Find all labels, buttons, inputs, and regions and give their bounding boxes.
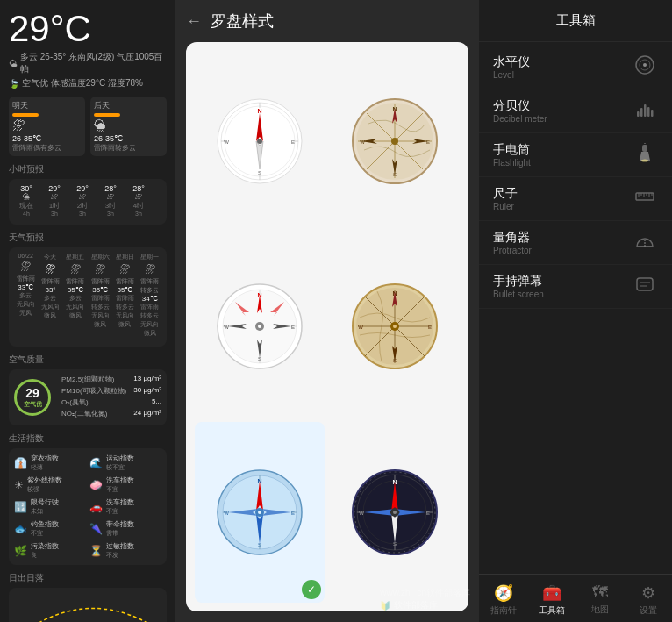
compass-style-5[interactable]: N S E W ✓	[195, 422, 325, 603]
svg-text:E: E	[426, 511, 430, 516]
nav-toolbox-label: 工具箱	[539, 604, 565, 617]
life-item: 🌊 运动指数较不宜	[89, 454, 161, 472]
svg-point-49	[258, 325, 261, 328]
aqi-section: 29 空气优 PM2.5(细颗粒物) 13 μg/m³ PM10(可吸入颗粒物)…	[9, 369, 167, 425]
svg-rect-102	[640, 108, 643, 117]
life-item: ☀ 紫外线指数较强	[14, 475, 86, 494]
toolbox-header: 工具箱	[479, 0, 672, 42]
hourly-item: 27° 🌧 5时 1级	[154, 184, 161, 219]
life-item: 🌂 带伞指数需带	[89, 519, 161, 538]
wt-col: 星期六 ⛈ 雷阵雨 35℃ 雷阵雨转多云 无风向 微风	[89, 253, 111, 338]
weather-desc: 🌤 多云 26-35° 东南风(2级) 气压1005百帕	[9, 51, 167, 75]
svg-text:E: E	[428, 325, 432, 330]
bottom-nav: 🧭 指南针 🧰 工具箱 🗺 地图 ⚙ 设置	[479, 574, 672, 622]
svg-rect-106	[642, 145, 647, 152]
compass-style-3[interactable]: N S E W	[195, 237, 325, 418]
svg-text:N: N	[257, 108, 261, 114]
svg-rect-103	[644, 104, 647, 117]
forecast-tomorrow: 明天 ⛈ 26-35℃ 雷阵雨偶有多云	[9, 97, 85, 156]
svg-point-100	[643, 63, 647, 67]
life-item: 👔 穿衣指数轻薄	[14, 454, 86, 472]
aqi-items: PM2.5(细颗粒物) 13 μg/m³ PM10(可吸入颗粒物) 30 μg/…	[61, 375, 161, 420]
svg-text:E: E	[426, 139, 430, 145]
hourly-item: 28° ⛈ 4时 3h	[126, 184, 151, 219]
wt-col: 星期一 ⛈ 雷阵雨转多云 34℃ 雷阵雨转多云 无风向 微风	[139, 253, 161, 338]
compass-style-2[interactable]: N S E W	[330, 51, 460, 232]
compass-style-grid: N S E W	[186, 42, 468, 611]
svg-text:W: W	[359, 511, 364, 516]
tool-ruler[interactable]: 尺子 Ruler	[479, 177, 672, 221]
tool-flashlight[interactable]: 手电筒 Flashlight	[479, 133, 672, 177]
temperature-display: 29°C 🌤 多云 26-35° 东南风(2级) 气压1005百帕 🍃 空气优 …	[9, 11, 167, 89]
compass-style-4[interactable]: N S E W	[330, 237, 460, 418]
watermark: www.zhi_cn软件部落库 🔰 软件部落库	[380, 587, 470, 611]
life-item: 🧼 洗车指数不宜	[89, 475, 161, 494]
tool-bullet-screen[interactable]: 手持弹幕 Bullet screen	[479, 265, 672, 309]
forecast-after: 后天 🌦 26-35℃ 雷阵雨转多云	[90, 97, 167, 156]
hourly-item: 30° 🌦 现在 4h	[14, 184, 39, 219]
wt-header: 06/22 ⛈ 雷阵雨 33℃ 多云 无风向 无风 今天 ⛈ 雷阵雨 33° 多…	[14, 253, 161, 338]
tool-decibel[interactable]: 分贝仪 Decibel meter	[479, 89, 672, 133]
aqi-row: NO₂(二氧化氮) 24 μg/m³	[61, 409, 161, 418]
svg-rect-104	[647, 107, 650, 117]
nav-settings[interactable]: ⚙ 设置	[624, 582, 672, 618]
hourly-section: 30° 🌦 现在 4h 29° ⛈ 1时 3h 29° ⛈ 2时 3h 28° …	[9, 179, 167, 225]
forecast-row: 明天 ⛈ 26-35℃ 雷阵雨偶有多云 后天 🌦 26-35℃ 雷阵雨转多云	[9, 97, 167, 156]
svg-point-16	[257, 139, 262, 144]
sunrise-arc	[14, 593, 172, 622]
toolbox-list: 水平仪 Level 分贝仪 Decibel meter	[479, 42, 672, 574]
life-item: 🚗 洗车指数不宜	[89, 497, 161, 516]
hourly-item: 29° ⛈ 1时 3h	[42, 184, 67, 219]
leaf-icon: 🍃	[9, 79, 19, 89]
wt-col-today: 今天 ⛈ 雷阵雨 33° 多云 无风向 微风	[39, 253, 61, 338]
svg-rect-101	[637, 111, 640, 117]
tool-protractor[interactable]: 量角器 Protractor	[479, 221, 672, 265]
svg-text:S: S	[258, 170, 261, 175]
decibel-icon	[632, 99, 658, 123]
protractor-icon	[632, 231, 658, 254]
level-icon	[632, 55, 658, 79]
svg-text:E: E	[291, 139, 295, 145]
life-item: 🔢 限号行驶未知	[14, 497, 86, 516]
compass-header: ← 罗盘样式	[186, 11, 468, 32]
aqi-row: PM2.5(细颗粒物) 13 μg/m³	[61, 375, 161, 384]
nav-compass[interactable]: 🧭 指南针	[479, 582, 527, 618]
aqi-grid: 29 空气优 PM2.5(细颗粒物) 13 μg/m³ PM10(可吸入颗粒物)…	[14, 375, 161, 420]
svg-text:E: E	[291, 511, 295, 516]
nav-map[interactable]: 🗺 地图	[575, 582, 624, 618]
back-button[interactable]: ←	[186, 12, 202, 31]
map-nav-icon: 🗺	[592, 583, 608, 602]
sunrise-title: 日出日落	[9, 572, 167, 584]
svg-rect-105	[651, 110, 654, 117]
life-title: 生活指数	[9, 433, 167, 445]
life-grid: 👔 穿衣指数轻薄 🌊 运动指数较不宜 ☀ 紫外线指数较强 🧼 洗车指数不宜 🔢 …	[14, 454, 161, 560]
selected-check: ✓	[302, 580, 321, 599]
bullet-screen-icon	[632, 275, 658, 298]
svg-rect-119	[637, 278, 653, 290]
life-item: 🌿 污染指数良	[14, 541, 86, 560]
aqi-title: 空气质量	[9, 354, 167, 366]
svg-text:W: W	[224, 139, 229, 145]
tool-level[interactable]: 水平仪 Level	[479, 46, 672, 89]
life-item: 🐟 钓鱼指数不宜	[14, 519, 86, 538]
svg-point-97	[393, 511, 397, 514]
nav-settings-label: 设置	[640, 604, 657, 617]
life-section: 👔 穿衣指数轻薄 🌊 运动指数较不宜 ☀ 紫外线指数较强 🧼 洗车指数不宜 🔢 …	[9, 448, 167, 565]
sunrise-section: 日出 05:42 日落 19:16	[9, 588, 167, 622]
svg-point-108	[641, 160, 648, 162]
nav-toolbox[interactable]: 🧰 工具箱	[527, 582, 575, 618]
compass-title: 罗盘样式	[211, 11, 274, 32]
compass-style-1[interactable]: N S E W	[195, 51, 325, 232]
wt-col: 星期五 ⛈ 雷阵雨 35℃ 多云 无风向 微风	[64, 253, 87, 338]
svg-point-79	[258, 511, 261, 514]
right-panel: 工具箱 水平仪 Level 分贝仪 Decibel meter	[479, 0, 672, 622]
aqi-row: PM10(可吸入颗粒物) 30 μg/m³	[61, 386, 161, 396]
wind-icon: 🌤	[9, 59, 18, 68]
compass-style-6[interactable]: N S E W	[330, 422, 460, 603]
hourly-row: 30° 🌦 现在 4h 29° ⛈ 1时 3h 29° ⛈ 2时 3h 28° …	[14, 184, 161, 219]
flashlight-icon	[632, 143, 658, 167]
wt-col: 星期日 ⛈ 雷阵雨 35℃ 雷阵雨转多云 无风向 微风	[113, 253, 136, 338]
compass-nav-icon: 🧭	[494, 583, 513, 603]
nav-map-label: 地图	[591, 604, 609, 616]
svg-text:E: E	[291, 325, 295, 330]
